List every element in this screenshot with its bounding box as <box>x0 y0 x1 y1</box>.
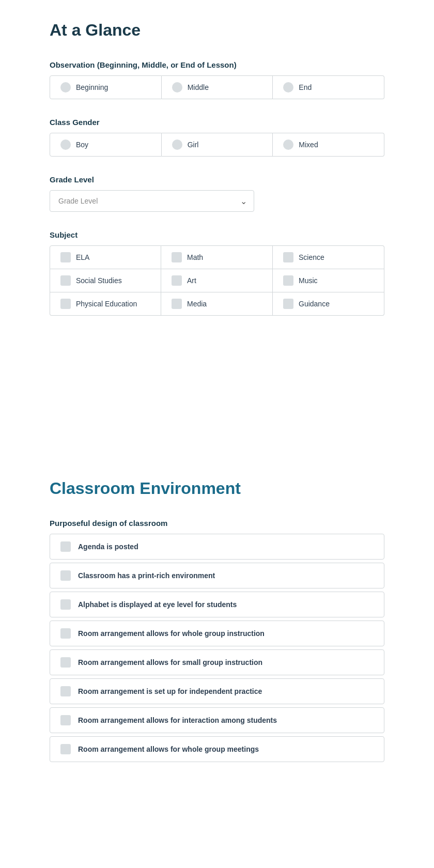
checkbox-physical-education <box>60 299 71 309</box>
subject-math-label: Math <box>187 253 203 261</box>
gender-mixed[interactable]: Mixed <box>273 133 384 157</box>
checklist-small-group-label: Room arrangement allows for small group … <box>78 658 262 667</box>
subject-ela[interactable]: ELA <box>50 245 161 269</box>
radio-circle-boy <box>60 140 71 150</box>
classroom-environment-section: Classroom Environment Purposeful design … <box>50 469 384 762</box>
class-gender-options: Boy Girl Mixed <box>50 133 384 157</box>
observation-end-label: End <box>299 83 312 91</box>
checkbox-art <box>172 275 182 286</box>
checkbox-print-rich <box>60 570 71 581</box>
subject-music[interactable]: Music <box>273 269 384 292</box>
subject-ela-label: ELA <box>76 253 89 261</box>
observation-middle[interactable]: Middle <box>162 75 273 99</box>
checkbox-guidance <box>283 299 293 309</box>
subject-social-studies[interactable]: Social Studies <box>50 269 161 292</box>
grade-level-group: Grade Level Grade Level ⌄ <box>50 175 384 212</box>
subject-art[interactable]: Art <box>161 269 273 292</box>
checkbox-science <box>283 252 293 262</box>
checkbox-social-studies <box>60 275 71 286</box>
radio-circle-girl <box>172 140 182 150</box>
checkbox-small-group <box>60 657 71 668</box>
checklist-print-rich[interactable]: Classroom has a print-rich environment <box>50 563 384 588</box>
subject-guidance-label: Guidance <box>299 300 330 308</box>
checklist-agenda-posted[interactable]: Agenda is posted <box>50 534 384 560</box>
purposeful-design-group: Purposeful design of classroom Agenda is… <box>50 519 384 762</box>
class-gender-label: Class Gender <box>50 118 384 127</box>
subject-group: Subject ELA Math Science Social Studies … <box>50 230 384 316</box>
gender-mixed-label: Mixed <box>299 141 318 149</box>
subject-options: ELA Math Science Social Studies Art Musi… <box>50 245 384 316</box>
observation-middle-label: Middle <box>188 83 209 91</box>
subject-science-label: Science <box>299 253 324 261</box>
radio-circle-beginning <box>60 82 71 92</box>
purposeful-design-label: Purposeful design of classroom <box>50 519 384 528</box>
checklist-independent-practice[interactable]: Room arrangement is set up for independe… <box>50 678 384 704</box>
observation-label: Observation (Beginning, Middle, or End o… <box>50 60 384 69</box>
checklist-whole-group-meetings-label: Room arrangement allows for whole group … <box>78 745 259 753</box>
subject-science[interactable]: Science <box>273 245 384 269</box>
checklist-interaction-label: Room arrangement allows for interaction … <box>78 716 277 724</box>
grade-level-select-wrapper: Grade Level ⌄ <box>50 190 254 212</box>
subject-pe-label: Physical Education <box>76 300 137 308</box>
observation-end[interactable]: End <box>273 75 384 99</box>
section1-title: At a Glance <box>50 21 384 40</box>
checklist-agenda-posted-label: Agenda is posted <box>78 542 138 551</box>
grade-level-select[interactable]: Grade Level <box>50 190 254 212</box>
grade-level-label: Grade Level <box>50 175 384 184</box>
observation-beginning-label: Beginning <box>76 83 108 91</box>
subject-media-label: Media <box>187 300 207 308</box>
checkbox-math <box>172 252 182 262</box>
checklist-whole-group-label: Room arrangement allows for whole group … <box>78 629 265 638</box>
radio-circle-mixed <box>283 140 293 150</box>
section2-title: Classroom Environment <box>50 479 384 498</box>
subject-media[interactable]: Media <box>161 292 273 316</box>
checklist-independent-practice-label: Room arrangement is set up for independe… <box>78 687 262 695</box>
observation-group: Observation (Beginning, Middle, or End o… <box>50 60 384 99</box>
subject-guidance[interactable]: Guidance <box>273 292 384 316</box>
checklist-small-group[interactable]: Room arrangement allows for small group … <box>50 649 384 675</box>
checkbox-music <box>283 275 293 286</box>
checkbox-ela <box>60 252 71 262</box>
subject-art-label: Art <box>187 276 196 285</box>
subject-social-studies-label: Social Studies <box>76 276 122 285</box>
observation-options: Beginning Middle End <box>50 75 384 99</box>
checklist-alphabet-displayed[interactable]: Alphabet is displayed at eye level for s… <box>50 592 384 617</box>
checkbox-media <box>172 299 182 309</box>
class-gender-group: Class Gender Boy Girl Mixed <box>50 118 384 157</box>
checklist-interaction-among-students[interactable]: Room arrangement allows for interaction … <box>50 707 384 733</box>
gender-girl-label: Girl <box>188 141 199 149</box>
checklist-print-rich-label: Classroom has a print-rich environment <box>78 571 215 580</box>
checkbox-interaction-among-students <box>60 715 71 725</box>
checkbox-independent-practice <box>60 686 71 696</box>
subject-physical-education[interactable]: Physical Education <box>50 292 161 316</box>
checkbox-agenda-posted <box>60 541 71 552</box>
observation-beginning[interactable]: Beginning <box>50 75 162 99</box>
subject-math[interactable]: Math <box>161 245 273 269</box>
radio-circle-middle <box>172 82 182 92</box>
checklist-whole-group[interactable]: Room arrangement allows for whole group … <box>50 621 384 646</box>
subject-music-label: Music <box>299 276 318 285</box>
checkbox-whole-group <box>60 628 71 639</box>
gender-girl[interactable]: Girl <box>162 133 273 157</box>
checkbox-alphabet-displayed <box>60 599 71 610</box>
spacer <box>50 334 384 438</box>
checkbox-whole-group-meetings <box>60 744 71 754</box>
gender-boy[interactable]: Boy <box>50 133 162 157</box>
checklist-whole-group-meetings[interactable]: Room arrangement allows for whole group … <box>50 736 384 762</box>
radio-circle-end <box>283 82 293 92</box>
subject-label: Subject <box>50 230 384 239</box>
checklist-alphabet-displayed-label: Alphabet is displayed at eye level for s… <box>78 600 237 609</box>
gender-boy-label: Boy <box>76 141 88 149</box>
